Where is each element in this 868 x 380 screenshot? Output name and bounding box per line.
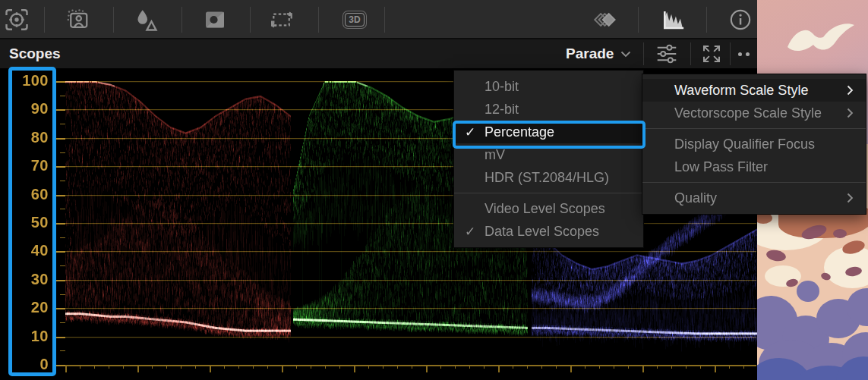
scale-tick-label: 70 <box>14 157 49 174</box>
stereo-3d-icon: 3D <box>345 13 364 27</box>
submenu-item-vectorscope-scale-style[interactable]: Vectorscope Scale Style <box>642 102 866 124</box>
menu-item-video-level-scopes[interactable]: Video Level Scopes <box>454 197 643 220</box>
chevron-right-icon <box>847 85 854 96</box>
scope-mode-dropdown[interactable]: Parade <box>566 46 631 62</box>
qualifier-button[interactable] <box>198 5 232 35</box>
seagull-icon <box>786 20 856 64</box>
info-button[interactable] <box>724 5 757 35</box>
menu-separator <box>454 193 643 193</box>
scale-tick-label: 100 <box>14 72 49 90</box>
scopes-icon <box>659 6 688 33</box>
scale-tick-label: 50 <box>14 214 49 231</box>
keyframes-button[interactable] <box>589 5 622 35</box>
submenu-item-quality[interactable]: Quality <box>642 187 866 209</box>
magic-mask-icon <box>65 6 92 33</box>
menu-item-data-level-scopes[interactable]: ✓ Data Level Scopes <box>454 220 643 243</box>
expand-icon <box>700 42 723 65</box>
magic-mask-button[interactable] <box>62 5 95 35</box>
scale-tick-label: 0 <box>14 356 49 373</box>
menu-item-10bit[interactable]: 10-bit <box>454 75 643 98</box>
color-warper-icon <box>133 6 160 33</box>
info-icon <box>728 7 753 33</box>
scale-tick-label: 10 <box>14 328 49 345</box>
scale-tick-label: 60 <box>14 186 49 203</box>
sliders-icon <box>654 42 680 65</box>
sizing-icon <box>268 6 297 33</box>
color-page-toolbar: 3D <box>0 0 757 39</box>
scope-mode-value: Parade <box>566 46 614 62</box>
chevron-right-icon <box>847 193 854 203</box>
scope-settings-button[interactable] <box>650 42 683 66</box>
menu-item-12bit[interactable]: 12-bit <box>454 98 643 121</box>
menu-item-hdr[interactable]: HDR (ST.2084/HLG) <box>454 166 643 189</box>
scopes-button[interactable] <box>657 5 690 35</box>
menu-item-mv[interactable]: mV <box>454 143 643 166</box>
scope-scale-menu: 10-bit 12-bit ✓ Percentage mV HDR (ST.20… <box>453 70 644 248</box>
panel-title: Scopes <box>9 46 61 62</box>
submenu-item-low-pass-filter[interactable]: Low Pass Filter <box>642 155 866 178</box>
menu-item-percentage[interactable]: ✓ Percentage <box>454 121 643 143</box>
scope-options-submenu: Waveform Scale Style Vectorscope Scale S… <box>642 74 866 215</box>
keyframes-icon <box>591 6 620 33</box>
scale-tick-label: 90 <box>14 100 49 118</box>
submenu-item-display-qualifier-focus[interactable]: Display Qualifier Focus <box>642 133 866 155</box>
check-icon: ✓ <box>465 124 485 140</box>
menu-separator <box>642 128 866 129</box>
scale-tick-label: 80 <box>14 129 49 146</box>
scale-tick-label: 20 <box>14 299 49 316</box>
more-options-button[interactable] <box>731 42 756 66</box>
qualifier-icon <box>201 6 229 33</box>
ellipsis-icon <box>738 52 750 56</box>
color-warper-button[interactable] <box>130 5 163 35</box>
tracker-button[interactable] <box>0 5 33 35</box>
sizing-button[interactable] <box>266 5 299 35</box>
submenu-item-waveform-scale-style[interactable]: Waveform Scale Style <box>642 79 866 102</box>
scale-tick-label: 40 <box>14 242 49 259</box>
scale-tick-label: 30 <box>14 271 49 288</box>
chevron-right-icon <box>847 108 854 118</box>
expand-panel-button[interactable] <box>695 42 728 66</box>
tracker-icon <box>3 6 30 33</box>
chevron-down-icon <box>620 51 631 58</box>
check-icon: ✓ <box>465 224 485 240</box>
scopes-panel-header: Scopes Parade <box>0 39 757 68</box>
stereo-3d-button[interactable]: 3D <box>338 5 371 35</box>
davinci-resolve-scopes-window: 3D Scopes <box>0 0 868 380</box>
menu-separator <box>642 182 866 183</box>
